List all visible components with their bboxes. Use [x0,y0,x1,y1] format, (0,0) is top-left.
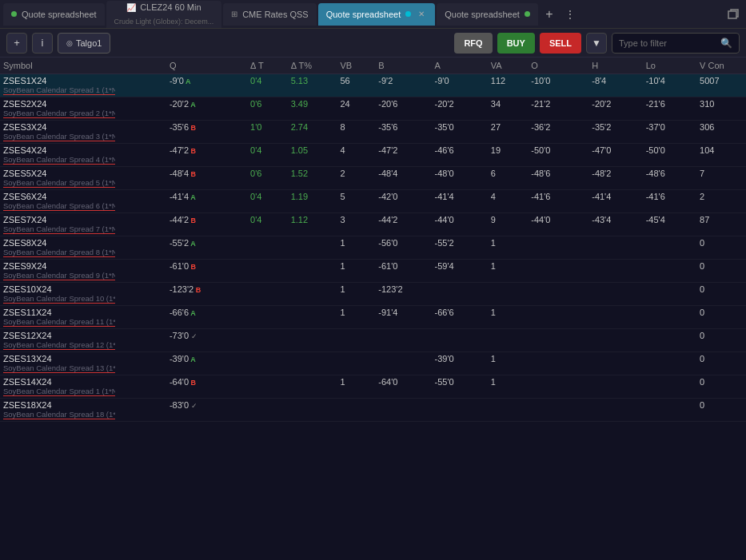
cell-symbol: ZSES13X24SoyBean Calendar Spread 13 (1*N… [0,352,166,375]
symbol-desc: SoyBean Calendar Spread 2 (1*Nov 24 -... [3,109,115,118]
table-container[interactable]: Symbol Q Δ T Δ T% VB B A VA O H Lo V Con… [0,58,746,560]
cell-dt [247,399,288,422]
cell-q: -83'0 ✓ [166,399,247,422]
col-va: VA [488,58,529,74]
table-row[interactable]: ZSES18X24SoyBean Calendar Spread 18 (1*N… [0,399,746,422]
vcon-value: 0 [700,354,704,363]
badge-b: B [189,170,196,178]
cell-dtp [288,375,337,399]
cell-lo [643,399,696,422]
table-row[interactable]: ZSES13X24SoyBean Calendar Spread 13 (1*N… [0,352,746,375]
table-row[interactable]: ZSES7X24SoyBean Calendar Spread 7 (1*Nov… [0,213,746,236]
col-vcon: V Con [696,58,746,74]
cell-o: -21'2 [528,97,588,121]
dt-value: 0'4 [250,215,261,224]
tab-chart-icon: 📈 [126,3,136,12]
symbol-name: ZSES14X24 [3,377,163,387]
a-value: -59'4 [435,261,454,271]
q-value: -55'2 [170,238,189,248]
b-value: -44'2 [378,215,397,224]
b-value: -56'0 [378,238,397,248]
cell-b: -56'0 [375,236,431,260]
col-symbol: Symbol [0,58,166,74]
table-row[interactable]: ZSES5X24SoyBean Calendar Spread 5 (1*Nov… [0,167,746,190]
talgo-button[interactable]: ◎ Talgo1 [58,33,110,54]
tab-close-4[interactable]: ✕ [416,9,427,20]
cell-vb: 4 [337,144,376,167]
table-row[interactable]: ZSES14X24SoyBean Calendar Spread 1 (1*No… [0,375,746,399]
cell-vb [337,352,376,375]
table-row[interactable]: ZSES10X24SoyBean Calendar Spread 10 (1*N… [0,283,746,306]
tab-window-button[interactable] [724,5,743,24]
cell-dtp: 5.13 [288,74,337,97]
table-row[interactable]: ZSES6X24SoyBean Calendar Spread 6 (1*Nov… [0,190,746,213]
info-button[interactable]: i [32,33,53,54]
tab-quote-spreadsheet-5[interactable]: Quote spreadsheet [437,3,538,26]
dtp-value: 1.05 [291,145,308,155]
vcon-value: 0 [700,261,704,271]
symbol-desc: SoyBean Calendar Spread 18 (1*Nov 24 -..… [3,410,115,419]
table-row[interactable]: ZSES2X24SoyBean Calendar Spread 2 (1*Nov… [0,97,746,121]
symbol-desc: SoyBean Calendar Spread 9 (1*Nov 24 -... [3,271,115,280]
tab-dot-4 [405,11,411,17]
cell-a [432,329,488,352]
add-button[interactable]: + [6,33,27,54]
tab-clez24[interactable]: 📈 CLEZ24 60 Min Crude Light (Globex): De… [106,1,222,28]
cell-q: -55'2 A [166,236,247,260]
col-a: A [432,58,488,74]
cell-symbol: ZSES3X24SoyBean Calendar Spread 3 (1*Nov… [0,121,166,144]
tab-add-button[interactable]: + [540,5,559,24]
sell-button[interactable]: SELL [540,33,581,54]
col-b: B [375,58,431,74]
table-row[interactable]: ZSES11X24SoyBean Calendar Spread 11 (1*N… [0,306,746,329]
rfq-button[interactable]: RFQ [454,33,492,54]
quote-table: Symbol Q Δ T Δ T% VB B A VA O H Lo V Con… [0,58,746,422]
table-row[interactable]: ZSES4X24SoyBean Calendar Spread 4 (1*Nov… [0,144,746,167]
search-input[interactable] [619,38,716,48]
cell-vcon: 5007 [696,74,746,97]
table-row[interactable]: ZSES12X24SoyBean Calendar Spread 12 (1*N… [0,329,746,352]
toolbar: + i ◎ Talgo1 RFQ BUY SELL ▼ 🔍 [0,29,746,58]
cell-a: -44'0 [432,213,488,236]
cell-dtp: 1.12 [288,213,337,236]
dtp-value: 1.12 [291,215,308,224]
cell-o: -10'0 [528,74,588,97]
cell-symbol: ZSES10X24SoyBean Calendar Spread 10 (1*N… [0,283,166,306]
symbol-desc: SoyBean Calendar Spread 1 (1*Nov 24 -... [3,85,115,95]
b-value: -64'0 [378,377,397,387]
cell-vcon: 2 [696,190,746,213]
cell-dt: 0'4 [247,74,288,97]
buy-button[interactable]: BUY [497,33,535,54]
badge-b: B [189,124,196,132]
badge-check: ✓ [189,332,197,340]
table-row[interactable]: ZSES9X24SoyBean Calendar Spread 9 (1*Nov… [0,260,746,283]
tab-cme-rates[interactable]: ⊞ CME Rates QSS [223,3,317,26]
dtp-value: 3.49 [291,99,308,109]
q-value: -47'2 [170,145,189,155]
symbol-name: ZSES11X24 [3,308,163,317]
cell-lo [643,283,696,306]
table-row[interactable]: ZSES8X24SoyBean Calendar Spread 8 (1*Nov… [0,236,746,260]
cell-h [588,399,642,422]
cell-q: -47'2 B [166,144,247,167]
table-row[interactable]: ZSES1X24SoyBean Calendar Spread 1 (1*Nov… [0,74,746,97]
col-dt: Δ T [247,58,288,74]
cell-vb: 5 [337,190,376,213]
cell-va: 27 [488,121,529,144]
o-value: -48'6 [531,169,550,178]
tab-quote-spreadsheet-active[interactable]: Quote spreadsheet ✕ [318,3,436,26]
b-value: -42'0 [378,192,397,201]
cell-h [588,329,642,352]
cell-lo: -41'6 [643,190,696,213]
cell-a: -55'0 [432,375,488,399]
b-value: -48'4 [378,169,397,178]
symbol-desc: SoyBean Calendar Spread 3 (1*Nov 24 -... [3,132,115,141]
table-row[interactable]: ZSES3X24SoyBean Calendar Spread 3 (1*Nov… [0,121,746,144]
tab-label-5: Quote spreadsheet [445,10,520,19]
symbol-desc: SoyBean Calendar Spread 4 (1*Nov 24 -... [3,155,115,165]
filter-button[interactable]: ▼ [586,33,607,54]
symbol-name: ZSES6X24 [3,192,163,201]
lo-value: -45'4 [646,215,665,224]
tab-quote-spreadsheet-1[interactable]: Quote spreadsheet [3,3,105,26]
tab-more-button[interactable]: ⋮ [560,5,580,24]
